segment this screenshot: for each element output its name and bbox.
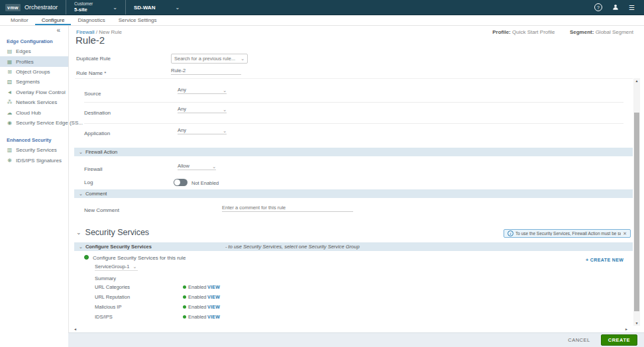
sidebar-item-ids-ips-signatures[interactable]: ❋ IDS/IPS Signatures bbox=[0, 156, 68, 166]
destination-select[interactable]: Any ⌄ bbox=[178, 106, 227, 113]
sidebar-collapse-icon[interactable]: « bbox=[0, 26, 68, 34]
edges-icon: ▤ bbox=[7, 48, 13, 54]
scroll-down-icon[interactable]: ▾ bbox=[633, 321, 640, 326]
sidebar-item-overlay-flow-control[interactable]: ◄ Overlay Flow Control bbox=[0, 87, 68, 97]
configure-security-radio[interactable] bbox=[84, 255, 89, 260]
chevron-down-icon[interactable]: ⌄ bbox=[175, 5, 180, 11]
sidebar-section-enhanced-security: Enhanced Security bbox=[7, 137, 68, 143]
hamburger-menu-icon[interactable]: ☰ bbox=[629, 4, 635, 11]
view-link[interactable]: VIEW bbox=[207, 285, 220, 289]
duplicate-rule-input[interactable] bbox=[174, 56, 241, 62]
sidebar-item-label: Overlay Flow Control bbox=[16, 89, 66, 95]
status-text: Enabled bbox=[188, 304, 207, 310]
scroll-right-icon[interactable]: ▸ bbox=[625, 326, 627, 331]
status-badge: Enabled bbox=[183, 284, 207, 290]
application-value: Any bbox=[178, 127, 186, 133]
sidebar-item-label: Security Services bbox=[16, 147, 57, 153]
info-icon: i bbox=[508, 230, 513, 236]
sidebar-item-security-service-edge[interactable]: ◉ Security Service Edge (SS... bbox=[0, 118, 68, 128]
sidebar-item-object-groups[interactable]: ⊞ Object Groups bbox=[0, 67, 68, 77]
security-service-edge-icon: ◉ bbox=[7, 120, 13, 126]
duplicate-rule-label: Duplicate Rule bbox=[76, 56, 111, 62]
configure-security-services-header[interactable]: ⌄ Configure Security Services - to use S… bbox=[74, 242, 633, 251]
object-groups-icon: ⊞ bbox=[7, 69, 13, 75]
sidebar-item-label: Security Service Edge (SS... bbox=[16, 120, 83, 126]
source-select[interactable]: Any ⌄ bbox=[178, 87, 227, 94]
tab-diagnostics[interactable]: Diagnostics bbox=[71, 17, 111, 25]
summary-row-label: URL Categories bbox=[95, 284, 130, 290]
destination-value: Any bbox=[178, 106, 186, 112]
segments-icon: ▧ bbox=[7, 79, 13, 85]
tab-configure[interactable]: Configure bbox=[35, 17, 72, 25]
page-title: Rule-2 bbox=[76, 34, 105, 46]
cloud-hub-icon: ☁ bbox=[7, 110, 13, 116]
rule-name-label: Rule Name * bbox=[76, 70, 106, 76]
sidebar-item-label: Profiles bbox=[16, 59, 34, 65]
new-comment-input[interactable] bbox=[222, 205, 353, 212]
summary-row-label: Malicious IP bbox=[95, 304, 121, 310]
sidebar-item-cloud-hub[interactable]: ☁ Cloud Hub bbox=[0, 107, 68, 117]
divider bbox=[66, 0, 66, 15]
sidebar-item-edges[interactable]: ▤ Edges bbox=[0, 46, 68, 56]
duplicate-rule-combobox[interactable]: ⌄ bbox=[171, 54, 248, 64]
security-services-header[interactable]: ⌄ Security Services bbox=[76, 228, 149, 237]
profile-value: Quick Start Profile bbox=[512, 29, 555, 35]
divider bbox=[125, 0, 126, 15]
sidebar-item-segments[interactable]: ▧ Segments bbox=[0, 77, 68, 87]
comment-section-header[interactable]: ⌄ Comment bbox=[74, 189, 633, 198]
view-link[interactable]: VIEW bbox=[207, 295, 220, 299]
firewall-select[interactable]: Allow ⌄ bbox=[178, 163, 216, 170]
log-toggle[interactable] bbox=[174, 179, 188, 186]
user-icon[interactable] bbox=[612, 4, 619, 11]
create-button[interactable]: CREATE bbox=[601, 334, 637, 346]
status-text: Enabled bbox=[188, 294, 207, 300]
overlay-flow-control-icon: ◄ bbox=[7, 89, 13, 95]
main-nav-tabs: Monitor Configure Diagnostics Service Se… bbox=[0, 15, 644, 26]
enabled-dot-icon bbox=[183, 295, 186, 299]
service-group-value: ServiceGroup-1 bbox=[95, 264, 130, 270]
rule-name-input[interactable] bbox=[171, 68, 241, 75]
cancel-button[interactable]: CANCEL bbox=[568, 337, 590, 343]
firewall-action-section-header[interactable]: ⌄ Firewall Action bbox=[74, 148, 633, 156]
enabled-dot-icon bbox=[183, 305, 186, 309]
application-select[interactable]: Any ⌄ bbox=[178, 127, 227, 134]
chevron-down-icon: ⌄ bbox=[241, 56, 244, 61]
configure-security-radio-label: Configure Security Services for this rul… bbox=[93, 255, 186, 261]
info-banner: i To use the Security Services, Firewall… bbox=[504, 229, 631, 238]
banner-text: To use the Security Services, Firewall A… bbox=[515, 231, 621, 236]
sidebar-item-label: Object Groups bbox=[16, 69, 50, 75]
sidebar-item-label: Segments bbox=[16, 79, 40, 85]
service-selector[interactable]: SD-WAN bbox=[134, 5, 155, 11]
scroll-left-icon[interactable]: ◂ bbox=[74, 326, 76, 331]
view-link[interactable]: VIEW bbox=[207, 315, 220, 319]
view-link[interactable]: VIEW bbox=[207, 305, 220, 309]
close-icon[interactable]: ✕ bbox=[623, 231, 627, 236]
chevron-down-icon: ⌄ bbox=[223, 107, 227, 112]
profile-label: Profile: bbox=[492, 29, 511, 35]
tab-monitor[interactable]: Monitor bbox=[4, 17, 35, 25]
sidebar-item-security-services[interactable]: ▥ Security Services bbox=[0, 145, 68, 155]
product-name: Orchestrator bbox=[25, 4, 58, 11]
customer-label: Customer bbox=[74, 1, 93, 7]
sidebar-item-network-services[interactable]: ⁂ Network Services bbox=[0, 97, 68, 107]
security-services-icon: ▥ bbox=[7, 147, 13, 153]
create-new-link[interactable]: + CREATE NEW bbox=[586, 258, 623, 262]
help-icon[interactable]: ? bbox=[594, 3, 602, 11]
vertical-scrollbar-thumb[interactable] bbox=[634, 113, 639, 311]
horizontal-scrollbar[interactable]: ◂ ▸ bbox=[69, 326, 633, 332]
profile-segment-context: Profile: Quick Start Profile Segment: Gl… bbox=[492, 29, 633, 35]
network-services-icon: ⁂ bbox=[7, 99, 13, 105]
chevron-down-icon: ⌄ bbox=[79, 191, 83, 196]
vertical-scrollbar[interactable]: ▴ ▾ bbox=[633, 78, 640, 326]
source-label: Source bbox=[84, 91, 101, 97]
chevron-down-icon: ⌄ bbox=[133, 264, 137, 269]
service-group-select[interactable]: ServiceGroup-1 ⌄ bbox=[95, 264, 138, 271]
chevron-down-icon[interactable]: ⌄ bbox=[113, 5, 117, 11]
customer-selector[interactable]: Customer 5-site bbox=[74, 1, 93, 13]
sidebar-item-profiles[interactable]: ▦ Profiles bbox=[0, 56, 68, 66]
customer-value: 5-site bbox=[74, 7, 93, 13]
status-badge: Enabled bbox=[183, 294, 207, 300]
scroll-up-icon[interactable]: ▴ bbox=[633, 78, 640, 83]
log-label: Log bbox=[84, 179, 93, 185]
tab-service-settings[interactable]: Service Settings bbox=[112, 17, 164, 25]
